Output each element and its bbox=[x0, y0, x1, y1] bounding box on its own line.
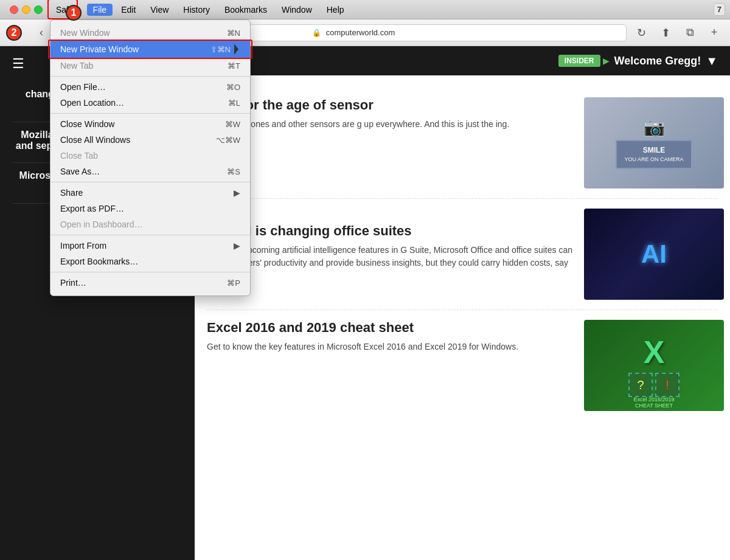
article-3-headline[interactable]: Excel 2016 and 2019 cheat sheet bbox=[207, 320, 574, 336]
new-tab-label: New Tab bbox=[60, 61, 93, 71]
welcome-text: Welcome Gregg! bbox=[614, 55, 701, 67]
article-2-image: AI bbox=[584, 209, 718, 300]
articles-list: eady for the age of sensor as, microphon… bbox=[195, 75, 730, 433]
menu-share[interactable]: Share ▶ bbox=[50, 185, 250, 201]
article-1-headline[interactable]: eady for the age of sensor bbox=[207, 97, 574, 113]
menubar: Safari File Edit View History Bookmarks … bbox=[0, 0, 730, 19]
url-text: computerworld.com bbox=[326, 28, 395, 37]
back-button[interactable]: ‹ bbox=[32, 24, 51, 41]
close-tab-label: Close Tab bbox=[60, 151, 98, 161]
new-tab-button[interactable]: + bbox=[704, 24, 724, 41]
excel-image: X ? ! Excel 2016/2019CHEAT SHEET bbox=[584, 320, 724, 411]
ai-image: AI bbox=[584, 209, 724, 300]
article-1-body: as, microphones and other sensors are g … bbox=[207, 118, 574, 131]
cursor-icon bbox=[234, 44, 240, 55]
article-1-img-box: 📷 SMILEYOU ARE ON CAMERA bbox=[584, 97, 724, 188]
tab-overview-button[interactable]: ⧉ bbox=[680, 24, 700, 41]
site-header: INSIDER ▶ Welcome Gregg! ▼ bbox=[195, 46, 730, 75]
smile-sign: SMILEYOU ARE ON CAMERA bbox=[616, 140, 692, 169]
article-2-body: New and upcoming artificial intelligence… bbox=[207, 244, 574, 282]
article-2-img-box: AI bbox=[584, 209, 724, 300]
close-all-shortcut: ⌥⌘W bbox=[216, 136, 240, 145]
menu-save-as[interactable]: Save As… ⌘S bbox=[50, 164, 250, 179]
menu-open-file[interactable]: Open File… ⌘O bbox=[50, 79, 250, 95]
menu-import-from[interactable]: Import From ▶ bbox=[50, 238, 250, 254]
reload-button[interactable]: ↻ bbox=[631, 24, 651, 41]
open-file-shortcut: ⌘O bbox=[226, 83, 240, 92]
menu-view[interactable]: View bbox=[144, 4, 175, 16]
menu-close-all-windows[interactable]: Close All Windows ⌥⌘W bbox=[50, 132, 250, 148]
insider-arrow: ▶ bbox=[603, 56, 610, 66]
lock-icon: 🔒 bbox=[312, 29, 321, 37]
share-arrow-icon: ▶ bbox=[234, 188, 240, 198]
excel-label: Excel 2016/2019CHEAT SHEET bbox=[633, 396, 674, 409]
menu-section-import: Import From ▶ Export Bookmarks… bbox=[50, 235, 250, 272]
new-window-label: New Window bbox=[60, 28, 110, 38]
print-label: Print… bbox=[60, 278, 86, 288]
article-row-2: INSIDER How AI is changing office suites… bbox=[207, 199, 718, 310]
excel-logo: X bbox=[644, 334, 665, 370]
article-3-image: X ? ! Excel 2016/2019CHEAT SHEET bbox=[584, 320, 718, 411]
save-as-label: Save As… bbox=[60, 167, 100, 176]
web-content: INSIDER ▶ Welcome Gregg! ▼ eady for the … bbox=[195, 46, 730, 560]
article-text-1: eady for the age of sensor as, microphon… bbox=[207, 97, 574, 188]
menu-edit[interactable]: Edit bbox=[115, 4, 142, 16]
export-bookmarks-label: Export Bookmarks… bbox=[60, 257, 138, 266]
new-private-shortcut: ⇧⌘N bbox=[210, 45, 231, 54]
menu-help[interactable]: Help bbox=[321, 4, 350, 16]
menu-export-pdf[interactable]: Export as PDF… bbox=[50, 201, 250, 216]
file-menu-dropdown[interactable]: New Window ⌘N New Private Window ⇧⌘N New… bbox=[50, 19, 251, 296]
camera-icon: 📷 bbox=[644, 117, 665, 137]
open-location-label: Open Location… bbox=[60, 98, 124, 108]
article-1-image: 📷 SMILEYOU ARE ON CAMERA bbox=[584, 97, 718, 188]
export-pdf-label: Export as PDF… bbox=[60, 204, 124, 213]
menu-section-close: Close Window ⌘W Close All Windows ⌥⌘W Cl… bbox=[50, 114, 250, 182]
menu-safari[interactable]: Safari bbox=[50, 4, 85, 16]
menu-close-tab: Close Tab bbox=[50, 148, 250, 164]
new-private-window-label: New Private Window bbox=[60, 44, 139, 54]
minimize-button[interactable] bbox=[22, 5, 30, 14]
article-3-img-box: X ? ! Excel 2016/2019CHEAT SHEET bbox=[584, 320, 724, 411]
close-window-label: Close Window bbox=[60, 119, 114, 129]
menu-section-share: Share ▶ Export as PDF… Open in Dashboard… bbox=[50, 182, 250, 235]
article-2-headline[interactable]: How AI is changing office suites bbox=[207, 223, 574, 239]
article-text-3: Excel 2016 and 2019 cheat sheet Get to k… bbox=[207, 320, 574, 411]
menu-new-private-window[interactable]: New Private Window ⇧⌘N bbox=[50, 41, 250, 58]
print-shortcut: ⌘P bbox=[227, 278, 240, 288]
smile-image: 📷 SMILEYOU ARE ON CAMERA bbox=[584, 97, 724, 188]
new-tab-shortcut: ⌘T bbox=[228, 61, 240, 71]
article-3-body: Get to know the key features in Microsof… bbox=[207, 340, 574, 353]
menu-new-window[interactable]: New Window ⌘N bbox=[50, 25, 250, 41]
article-row-3: Excel 2016 and 2019 cheat sheet Get to k… bbox=[207, 310, 718, 421]
menu-export-bookmarks[interactable]: Export Bookmarks… bbox=[50, 254, 250, 269]
calendar-icon: 7 bbox=[714, 3, 725, 16]
close-window-shortcut: ⌘W bbox=[225, 120, 240, 129]
open-dashboard-label: Open in Dashboard… bbox=[60, 220, 142, 229]
menu-close-window[interactable]: Close Window ⌘W bbox=[50, 116, 250, 132]
share-button[interactable]: ⬆ bbox=[656, 24, 675, 41]
new-window-shortcut: ⌘N bbox=[227, 29, 240, 38]
menu-open-location[interactable]: Open Location… ⌘L bbox=[50, 95, 250, 111]
menu-window[interactable]: Window bbox=[276, 4, 318, 16]
menu-print[interactable]: Print… ⌘P bbox=[50, 275, 250, 291]
menu-history[interactable]: History bbox=[177, 4, 216, 16]
chevron-down-icon[interactable]: ▼ bbox=[706, 54, 718, 68]
menu-section-open: Open File… ⌘O Open Location… ⌘L bbox=[50, 77, 250, 114]
article-row-1: eady for the age of sensor as, microphon… bbox=[207, 88, 718, 199]
new-private-shortcut-group: ⇧⌘N bbox=[210, 44, 240, 55]
menu-new-tab[interactable]: New Tab ⌘T bbox=[50, 58, 250, 74]
step-2-badge: 2 bbox=[6, 25, 22, 41]
share-label: Share bbox=[60, 188, 83, 198]
fullscreen-button[interactable] bbox=[34, 5, 43, 14]
menu-bookmarks[interactable]: Bookmarks bbox=[218, 4, 273, 16]
insider-badge: INSIDER bbox=[558, 55, 600, 67]
menu-section-print: Print… ⌘P bbox=[50, 272, 250, 293]
menu-open-dashboard: Open in Dashboard… bbox=[50, 216, 250, 232]
save-as-shortcut: ⌘S bbox=[227, 167, 240, 176]
menu-file[interactable]: File bbox=[87, 4, 113, 16]
import-arrow-icon: ▶ bbox=[234, 241, 240, 251]
traffic-lights bbox=[5, 5, 47, 14]
article-text-2: INSIDER How AI is changing office suites… bbox=[207, 209, 574, 300]
close-button[interactable] bbox=[10, 5, 18, 14]
import-from-label: Import From bbox=[60, 241, 106, 251]
